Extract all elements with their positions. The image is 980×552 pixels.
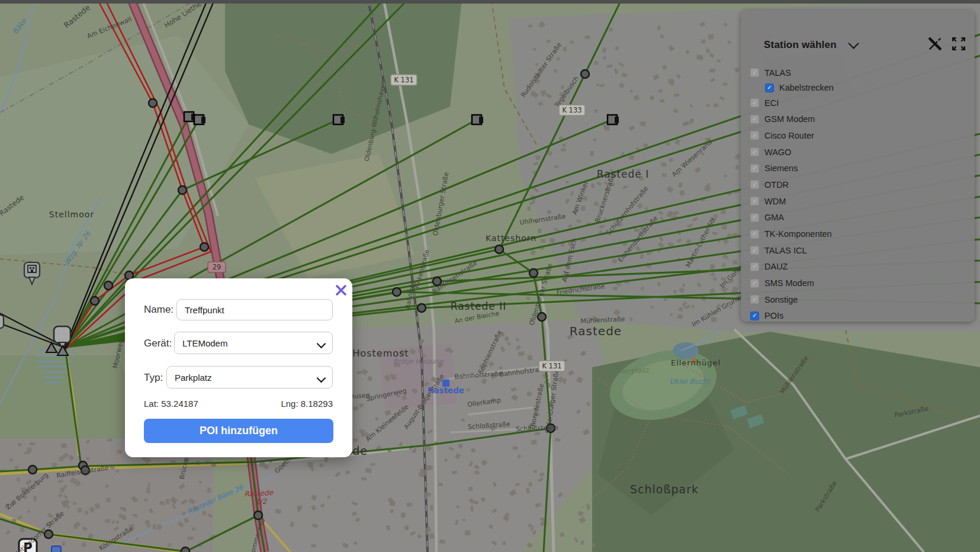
cable-node[interactable]: [178, 186, 187, 194]
road-badge: 29: [208, 262, 226, 272]
building: [73, 524, 78, 529]
station-row-kabelstrecken[interactable]: ✓Kabelstrecken: [765, 81, 969, 95]
station-row-dauz[interactable]: ✓DAUZ: [750, 259, 969, 275]
station-dropdown[interactable]: Station wählen: [764, 37, 857, 53]
cable-node[interactable]: [393, 288, 401, 296]
station-square-icon[interactable]: [333, 115, 345, 124]
lat-value: Lat: 53.24187: [144, 399, 198, 409]
top-bar: [0, 0, 980, 4]
station-row-gma[interactable]: ✓GMA: [750, 210, 969, 226]
station-square-icon[interactable]: [608, 115, 619, 124]
checkbox[interactable]: ✓: [750, 295, 759, 304]
cable-node[interactable]: [181, 547, 189, 552]
station-row-wdm[interactable]: ✓WDM: [750, 193, 969, 210]
building: [62, 541, 65, 546]
station-row-gsm-modem[interactable]: ✓GSM Modem: [750, 111, 969, 127]
checkbox-label: WAGO: [764, 147, 791, 157]
close-button[interactable]: [333, 283, 349, 298]
station-row-pois[interactable]: ✓POIs: [750, 308, 969, 325]
cable-node[interactable]: [28, 466, 37, 474]
building: [52, 463, 57, 467]
road-badge: K 131: [391, 75, 417, 85]
cable-node[interactable]: [200, 243, 208, 251]
building: [78, 508, 82, 513]
station-row-eci[interactable]: ✓ECI: [750, 95, 969, 111]
building: [622, 73, 627, 77]
checkbox-label: WDM: [764, 197, 786, 206]
map-label: Uklei Bucht: [670, 377, 712, 386]
checkbox-label: TALAS: [764, 68, 791, 78]
building: [105, 519, 110, 523]
map-label: Rastede: [244, 489, 274, 499]
building: [709, 69, 715, 72]
checkbox[interactable]: ✓: [750, 115, 759, 124]
blue-marker-partial-icon[interactable]: [52, 546, 61, 552]
expand-icon[interactable]: [951, 36, 966, 52]
geraet-select[interactable]: LTEModem: [174, 332, 333, 354]
building: [661, 162, 666, 167]
station-row-sonstige[interactable]: ✓Sonstige: [750, 291, 969, 308]
checkbox[interactable]: ✓: [750, 279, 759, 288]
building: [24, 451, 30, 454]
building: [727, 40, 731, 44]
typ-select[interactable]: Parkplatz: [166, 366, 333, 389]
checkbox[interactable]: ✓: [750, 197, 759, 206]
building: [400, 512, 405, 518]
cable-node[interactable]: [417, 304, 426, 312]
building: [712, 264, 715, 268]
station-square-icon[interactable]: [194, 115, 205, 124]
station-row-wago[interactable]: ✓WAGO: [750, 144, 969, 161]
checkbox[interactable]: ✓: [750, 230, 759, 239]
checkbox[interactable]: ✓: [750, 213, 759, 222]
station-row-talas-icl[interactable]: ✓TALAS ICL: [750, 242, 969, 259]
checkbox[interactable]: ✓: [750, 98, 759, 107]
cable-node[interactable]: [149, 99, 157, 107]
name-input[interactable]: [176, 299, 333, 320]
building: [61, 444, 66, 448]
checkbox[interactable]: ✓: [765, 84, 774, 92]
chevron-down-icon: [848, 38, 859, 49]
checkbox[interactable]: ✓: [750, 180, 759, 189]
checkbox[interactable]: ✓: [750, 246, 759, 255]
app-screen: P RastedeBäkeHohe LietheAm EichenwallRas…: [0, 0, 980, 552]
station-row-otdr[interactable]: ✓OTDR: [750, 176, 969, 193]
building: [390, 501, 396, 506]
cable-node[interactable]: [581, 70, 589, 78]
station-row-tk-komponenten[interactable]: ✓TK-Komponenten: [750, 226, 969, 242]
chevron-down-icon: [317, 339, 326, 349]
map-label: Schloßstraße: [516, 424, 558, 434]
building: [550, 238, 555, 243]
cable-node[interactable]: [495, 245, 503, 253]
checkbox[interactable]: ✓: [750, 262, 759, 271]
cable-node[interactable]: [91, 297, 99, 305]
checkbox[interactable]: ✓: [750, 68, 759, 77]
checkbox[interactable]: ✓: [750, 164, 759, 173]
building: [710, 273, 715, 276]
map-label: Ellernhügel: [671, 358, 721, 367]
station-partial-icon[interactable]: [0, 315, 4, 328]
building: [468, 487, 473, 492]
svg-text:K 133: K 133: [562, 106, 581, 114]
building: [18, 443, 22, 447]
building: [9, 458, 13, 462]
building: [430, 505, 433, 511]
station-square-icon[interactable]: [472, 115, 483, 124]
crossed-tools-icon[interactable]: [927, 36, 943, 52]
station-row-siemens[interactable]: ✓Siemens: [750, 160, 969, 176]
building: [147, 524, 150, 527]
checkbox-label: SMS Modem: [764, 278, 814, 288]
checkbox[interactable]: ✓: [750, 147, 759, 156]
station-row-cisco-router[interactable]: ✓Cisco Router: [750, 127, 969, 144]
building: [541, 239, 545, 243]
station-row-talas[interactable]: ✓TALAS: [750, 65, 969, 81]
cable-node[interactable]: [104, 281, 113, 290]
building: [60, 487, 65, 492]
checkbox[interactable]: ✓: [750, 131, 759, 140]
building: [136, 537, 139, 540]
checkbox[interactable]: ✓: [750, 312, 759, 320]
cable-node[interactable]: [529, 269, 538, 277]
station-row-sms-modem[interactable]: ✓SMS Modem: [750, 275, 969, 291]
checkbox-label: ECI: [764, 98, 779, 108]
map-label: Stellmoor: [49, 210, 94, 219]
poi-submit-button[interactable]: POI hinzufügen: [144, 419, 333, 443]
